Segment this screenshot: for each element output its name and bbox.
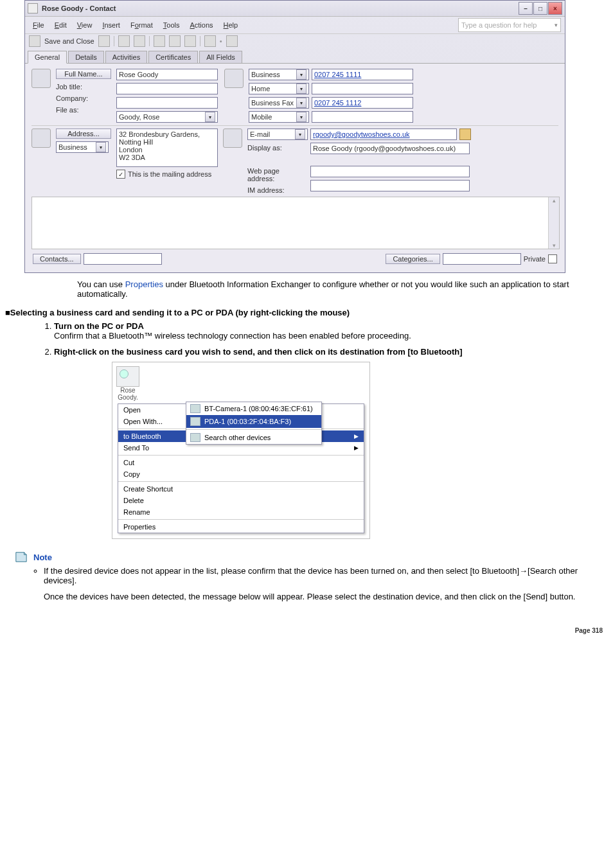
step-1: Turn on the PC or PDA Confirm that a Blu… — [54, 321, 608, 341]
fullname-input[interactable]: Rose Goody — [116, 69, 218, 80]
menu-tools[interactable]: Tools — [159, 20, 184, 30]
ctx-shortcut[interactable]: Create Shortcut — [118, 483, 364, 495]
menubar: File Edit View Insert Format Tools Actio… — [25, 17, 565, 33]
bluetooth-submenu: BT-Camera-1 (08:00:46:3E:CF:61) PDA-1 (0… — [186, 402, 322, 445]
phone-icon — [224, 69, 244, 88]
step1-title: Turn on the PC or PDA — [54, 321, 608, 331]
ctx-cut[interactable]: Cut — [118, 457, 364, 468]
address-type-select[interactable]: Business▾ — [56, 141, 109, 153]
contacts-input[interactable] — [84, 253, 162, 265]
company-input[interactable] — [116, 97, 218, 109]
phone3-type[interactable]: Business Fax▾ — [249, 97, 309, 109]
ctx-copy[interactable]: Copy — [118, 468, 364, 480]
pda-icon — [190, 417, 200, 426]
submenu-search[interactable]: Search other devices — [186, 431, 321, 444]
address-button[interactable]: Address... — [56, 128, 111, 139]
web-input[interactable] — [310, 166, 470, 177]
section-heading: ■Selecting a business card and sending i… — [5, 308, 608, 317]
phone2-type[interactable]: Home▾ — [249, 83, 309, 94]
window-title: Rose Goody - Contact — [42, 4, 116, 12]
email-type[interactable]: E-mail▾ — [247, 128, 308, 140]
phone1-type[interactable]: Business▾ — [249, 69, 309, 80]
categories-button[interactable]: Categories... — [386, 254, 440, 264]
tab-general[interactable]: General — [28, 51, 67, 64]
address-icon — [31, 128, 51, 148]
notes-textarea[interactable]: ▴▾ — [31, 197, 560, 249]
private-checkbox[interactable] — [548, 254, 557, 263]
email-icon — [223, 128, 242, 148]
im-label: IM address: — [247, 185, 299, 194]
step-list: Turn on the PC or PDA Confirm that a Blu… — [41, 321, 608, 539]
mailing-checkbox[interactable]: ✓ This is the mailing address — [116, 170, 218, 179]
contact-window: Rose Goody - Contact – □ × File Edit Vie… — [24, 0, 565, 273]
app-icon — [28, 3, 38, 13]
submenu-dev1[interactable]: BT-Camera-1 (08:00:46:3E:CF:61) — [186, 402, 321, 415]
toolbar: Save and Close • — [25, 33, 565, 48]
jobtitle-input[interactable] — [116, 83, 218, 94]
search-icon — [190, 433, 200, 442]
dropdown-icon[interactable] — [184, 35, 196, 47]
save-close-button[interactable]: Save and Close — [44, 37, 94, 45]
attach-icon[interactable] — [134, 35, 145, 47]
menu-file[interactable]: File — [29, 20, 48, 30]
home-phone-input[interactable] — [312, 83, 413, 94]
ctx-rename[interactable]: Rename — [118, 506, 364, 518]
step-2: Right-click on the business card you wis… — [54, 347, 608, 539]
note-label: Note — [33, 553, 52, 562]
note-icon — [14, 551, 28, 563]
displayas-label: Display as: — [247, 143, 299, 152]
address-input[interactable]: 32 Brondesbury Gardens, Notting Hill Lon… — [116, 128, 218, 167]
mobile-phone-input[interactable] — [312, 111, 413, 123]
titlebar: Rose Goody - Contact – □ × — [25, 1, 565, 17]
categories-input[interactable] — [443, 253, 521, 265]
private-label: Private — [524, 255, 546, 263]
minimize-button[interactable]: – — [519, 2, 533, 15]
help-search-input[interactable]: Type a question for help▾ — [458, 18, 561, 32]
ctx-properties[interactable]: Properties — [118, 521, 364, 533]
prev-icon[interactable] — [204, 35, 216, 47]
print-icon[interactable] — [118, 35, 130, 47]
menu-help[interactable]: Help — [220, 20, 242, 30]
save-icon[interactable] — [29, 35, 40, 47]
fullname-button[interactable]: Full Name... — [56, 69, 111, 79]
tab-bar: General Details Activities Certificates … — [25, 48, 565, 64]
menu-insert[interactable]: Insert — [98, 20, 124, 30]
menu-edit[interactable]: Edit — [51, 20, 71, 30]
contacts-button[interactable]: Contacts... — [33, 254, 81, 264]
vcard-icon: Rose Goody. — [116, 366, 139, 401]
jobtitle-label: Job title: — [56, 82, 107, 91]
save-button[interactable] — [98, 35, 110, 47]
fileas-select[interactable]: Goody, Rose▾ — [116, 111, 218, 123]
submenu-dev2[interactable]: PDA-1 (00:03:2F:04:BA:F3) — [186, 415, 321, 428]
phone4-type[interactable]: Mobile▾ — [249, 111, 309, 123]
close-button[interactable]: × — [548, 2, 562, 15]
nav-icon[interactable] — [169, 35, 181, 47]
ctx-delete[interactable]: Delete — [118, 495, 364, 506]
web-label: Web page address: — [247, 166, 299, 182]
tab-certificates[interactable]: Certificates — [148, 51, 198, 63]
context-menu-figure: Rose Goody. Open Open With... to Bluetoo… — [112, 362, 370, 539]
tab-details[interactable]: Details — [68, 51, 104, 63]
contact-head-icon — [31, 69, 51, 88]
company-label: Company: — [56, 93, 107, 102]
email-input[interactable]: rgoody@goodytwoshoes.co.uk — [310, 128, 457, 140]
paragraph-properties: You can use Properties under Bluetooth I… — [77, 279, 604, 299]
next-icon[interactable] — [226, 35, 238, 47]
im-input[interactable] — [310, 180, 470, 191]
business-phone-input[interactable]: 0207 245 1111 — [312, 69, 413, 80]
menu-format[interactable]: Format — [127, 20, 157, 30]
displayas-input[interactable]: Rose Goody (rgoody@goodytwoshoes.co.uk) — [310, 143, 470, 154]
addressbook-icon[interactable] — [459, 128, 471, 140]
tab-activities[interactable]: Activities — [105, 51, 147, 63]
tab-allfields[interactable]: All Fields — [199, 51, 242, 63]
scrollbar[interactable]: ▴▾ — [548, 197, 559, 249]
properties-link[interactable]: Properties — [125, 279, 163, 289]
menu-view[interactable]: View — [73, 20, 96, 30]
camera-icon — [190, 404, 200, 413]
note-list: If the desired device does not appear in… — [31, 566, 608, 601]
menu-actions[interactable]: Actions — [186, 20, 217, 30]
bizfax-phone-input[interactable]: 0207 245 1112 — [312, 97, 413, 109]
flag-icon[interactable] — [154, 35, 165, 47]
fileas-label: File as: — [56, 105, 107, 114]
maximize-button[interactable]: □ — [533, 2, 547, 15]
